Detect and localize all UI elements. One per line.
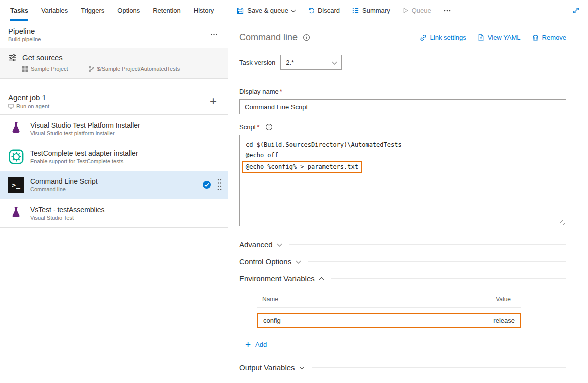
section-divider <box>331 278 566 279</box>
chevron-down-icon <box>299 365 304 370</box>
task-subtitle: Visual Studio Test <box>30 215 223 221</box>
repo-path: $/Sample Project/AutomatedTests <box>97 66 180 72</box>
section-divider <box>308 261 566 262</box>
task-type-title: Command line <box>239 32 298 43</box>
ellipsis-icon <box>210 31 218 38</box>
pipeline-more-button[interactable] <box>208 29 220 40</box>
tab-retention[interactable]: Retention <box>153 0 181 21</box>
save-and-queue-button[interactable]: Save & queue <box>236 7 295 15</box>
tab-tasks[interactable]: Tasks <box>10 0 28 21</box>
task-text: TestComplete test adapter installer Enab… <box>30 149 223 164</box>
pipeline-header: Pipeline Build pipeline <box>0 21 228 48</box>
task-panel-header: Command line Link settings View YAML <box>239 32 566 43</box>
required-asterisk: * <box>257 123 259 131</box>
pipeline-titles: Pipeline Build pipeline <box>8 27 41 42</box>
view-yaml-button[interactable]: View YAML <box>477 34 521 42</box>
plus-icon: + <box>245 340 251 349</box>
environment-variables-label: Environment Variables <box>239 274 315 283</box>
drag-handle-icon[interactable] <box>217 178 222 192</box>
agent-icon <box>8 104 14 109</box>
env-name-value[interactable]: config <box>263 317 281 324</box>
discard-button[interactable]: Discard <box>307 7 340 14</box>
save-queue-icon <box>236 7 244 15</box>
section-advanced[interactable]: Advanced <box>239 240 566 249</box>
section-control-options[interactable]: Control Options <box>239 257 566 266</box>
link-settings-button[interactable]: Link settings <box>419 34 466 42</box>
agent-job-title: Agent job 1 <box>8 93 49 102</box>
pipeline-editor: Tasks Variables Triggers Options Retenti… <box>0 0 588 383</box>
fullscreen-expand-button[interactable] <box>572 0 580 21</box>
tab-label: Variables <box>41 7 68 14</box>
get-sources-label: Get sources <box>22 53 63 62</box>
chevron-down-icon <box>291 8 296 13</box>
branch-icon <box>88 65 94 72</box>
env-variable-row[interactable]: config release <box>257 313 521 328</box>
task-version-value: 2.* <box>286 59 294 66</box>
env-value-value[interactable]: release <box>493 317 515 324</box>
pipeline-sidebar: Pipeline Build pipeline Get sources <box>0 21 228 383</box>
task-title: VsTest - testAssemblies <box>30 206 223 214</box>
advanced-label: Advanced <box>239 240 273 249</box>
tab-history[interactable]: History <box>194 0 214 21</box>
tab-label: Triggers <box>81 7 104 14</box>
task-version-label: Task version <box>239 59 275 66</box>
flask-icon <box>8 205 24 221</box>
script-label-row: Script* <box>239 123 566 131</box>
project-name: Sample Project <box>31 66 68 72</box>
section-output-variables[interactable]: Output Variables <box>239 363 566 372</box>
display-name-input[interactable] <box>239 99 566 114</box>
tab-variables[interactable]: Variables <box>41 0 68 21</box>
section-divider <box>312 367 566 368</box>
chevron-down-icon <box>332 59 337 64</box>
env-table-header: Name Value <box>257 296 521 308</box>
add-task-button[interactable]: + <box>207 95 220 107</box>
task-subtitle: Visual Studio test platform installer <box>30 130 223 136</box>
tab-options[interactable]: Options <box>117 0 140 21</box>
display-name-label: Display name <box>239 88 279 95</box>
task-item-testcomplete-adapter[interactable]: TestComplete test adapter installer Enab… <box>0 143 228 171</box>
environment-variables-table: Name Value config release <box>257 296 521 328</box>
expand-icon <box>572 7 580 14</box>
flask-icon <box>8 121 24 137</box>
task-item-command-line-script[interactable]: >_ Command Line Script Command line <box>0 171 228 199</box>
task-item-vstest-platform-installer[interactable]: Visual Studio Test Platform Installer Vi… <box>0 115 228 143</box>
get-sources-icon <box>8 54 17 62</box>
chevron-down-icon <box>277 242 282 247</box>
trash-icon <box>532 34 539 42</box>
queue-button[interactable]: Queue <box>402 7 431 14</box>
resize-handle[interactable] <box>560 220 565 225</box>
script-editor[interactable]: cd $(Build.SourcesDirectory)\AutomatedTe… <box>239 135 566 226</box>
more-actions-button[interactable] <box>443 7 451 15</box>
agent-job-titles: Agent job 1 Run on agent <box>8 93 49 109</box>
section-environment-variables[interactable]: Environment Variables <box>239 274 566 283</box>
add-variable-button[interactable]: + Add <box>245 340 267 349</box>
task-version-dropdown[interactable]: 2.* <box>280 55 342 70</box>
remove-button[interactable]: Remove <box>532 34 566 42</box>
info-icon[interactable] <box>265 123 273 131</box>
agent-job-subtitle: Run on agent <box>16 103 49 109</box>
task-settings-panel: Command line Link settings View YAML <box>228 21 588 383</box>
task-panel-actions: Link settings View YAML Remove <box>419 34 566 42</box>
tab-label: History <box>194 7 214 14</box>
queue-label: Queue <box>412 7 431 14</box>
discard-icon <box>307 7 315 14</box>
ellipsis-icon <box>443 7 451 15</box>
agent-job-header[interactable]: Agent job 1 Run on agent + <box>0 88 228 115</box>
pipeline-subtitle: Build pipeline <box>8 36 41 42</box>
command-bar: Save & queue Discard Summary Queue <box>236 0 451 21</box>
tab-triggers[interactable]: Triggers <box>81 0 104 21</box>
summary-icon <box>352 7 359 14</box>
view-yaml-label: View YAML <box>488 34 521 41</box>
summary-label: Summary <box>362 7 390 14</box>
document-icon <box>477 34 485 42</box>
get-sources-item[interactable]: Get sources Sample Project $/Sample Proj… <box>0 48 228 79</box>
summary-button[interactable]: Summary <box>352 7 390 14</box>
info-icon[interactable] <box>303 34 310 41</box>
task-subtitle: Command line <box>30 186 202 193</box>
toolbar-divider <box>227 5 227 16</box>
tab-label: Retention <box>153 7 181 14</box>
task-item-vstest-assemblies[interactable]: VsTest - testAssemblies Visual Studio Te… <box>0 199 228 228</box>
top-toolbar: Tasks Variables Triggers Options Retenti… <box>0 0 588 21</box>
agent-job-subtitle-row: Run on agent <box>8 103 49 109</box>
save-queue-label: Save & queue <box>247 7 288 14</box>
